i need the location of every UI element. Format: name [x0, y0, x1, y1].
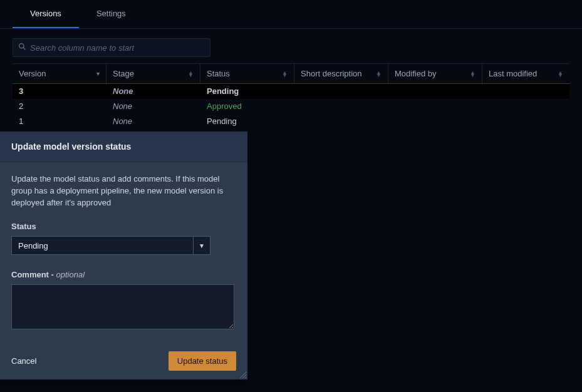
update-status-modal: Update model version status Update the m… [0, 132, 247, 379]
cell-modified-by [388, 114, 482, 129]
comment-textarea[interactable] [11, 284, 234, 329]
cell-status: Approved [200, 99, 294, 114]
header-label: Status [207, 69, 230, 78]
comment-optional-text: optional [56, 270, 85, 279]
column-header-modified-by[interactable]: Modified by ▲▼ [388, 64, 482, 83]
tab-settings[interactable]: Settings [79, 0, 143, 28]
svg-line-2 [240, 372, 246, 378]
cell-version: 3 [13, 84, 107, 99]
table-row[interactable]: 2NoneApproved [13, 99, 569, 114]
cell-status: Pending [200, 84, 294, 99]
svg-line-4 [245, 377, 246, 378]
search-icon [18, 43, 30, 53]
table-body: 3NonePending2NoneApproved1NonePending [13, 84, 569, 129]
versions-table: Version ▾ Stage ▲▼ Status ▲▼ Short descr… [13, 63, 569, 129]
column-header-last-modified[interactable]: Last modified ▲▼ [482, 64, 569, 83]
cell-modified-by [388, 99, 482, 114]
tab-versions[interactable]: Versions [13, 0, 79, 28]
comment-field-label: Comment - optional [11, 270, 236, 279]
table-row[interactable]: 3NonePending [13, 84, 569, 99]
modal-footer: Cancel Update status [0, 343, 247, 379]
cell-short-description [294, 84, 388, 99]
header-label: Version [19, 69, 46, 78]
resize-grip-icon [239, 371, 246, 378]
cell-stage: None [107, 84, 200, 99]
svg-line-3 [242, 374, 246, 378]
search-container [0, 29, 582, 63]
modal-body: Update the model status and add comments… [0, 162, 247, 343]
filter-icon[interactable]: ▾ [96, 70, 100, 77]
chevron-down-icon[interactable]: ▼ [193, 236, 210, 255]
status-field-label: Status [11, 222, 236, 231]
cell-last-modified [482, 84, 569, 99]
cell-short-description [294, 114, 388, 129]
search-input[interactable] [30, 43, 205, 53]
sort-icon[interactable]: ▲▼ [558, 71, 563, 76]
status-select[interactable]: Pending ▼ [11, 236, 210, 255]
sort-icon[interactable]: ▲▼ [188, 71, 194, 76]
svg-point-0 [19, 44, 24, 48]
column-header-short-description[interactable]: Short description ▲▼ [294, 64, 388, 83]
table-header-row: Version ▾ Stage ▲▼ Status ▲▼ Short descr… [13, 64, 569, 84]
status-select-value[interactable]: Pending [11, 236, 193, 255]
sort-icon[interactable]: ▲▼ [376, 71, 382, 76]
sort-icon[interactable]: ▲▼ [470, 71, 475, 76]
cell-short-description [294, 99, 388, 114]
cell-last-modified [482, 114, 569, 129]
cell-modified-by [388, 84, 482, 99]
update-status-button[interactable]: Update status [169, 351, 236, 371]
sort-icon[interactable]: ▲▼ [282, 71, 288, 76]
header-label: Modified by [395, 69, 436, 78]
cell-stage: None [107, 114, 200, 129]
cell-version: 2 [13, 99, 107, 114]
svg-line-1 [23, 48, 25, 49]
cell-version: 1 [13, 114, 107, 129]
table-row[interactable]: 1NonePending [13, 114, 569, 129]
header-label: Short description [301, 69, 362, 78]
header-label: Last modified [489, 69, 537, 78]
column-header-status[interactable]: Status ▲▼ [200, 64, 294, 83]
header-label: Stage [113, 69, 134, 78]
comment-label-text: Comment - [11, 270, 56, 279]
column-header-version[interactable]: Version ▾ [13, 64, 107, 83]
cell-status: Pending [200, 114, 294, 129]
cell-last-modified [482, 99, 569, 114]
column-header-stage[interactable]: Stage ▲▼ [107, 64, 200, 83]
cancel-button[interactable]: Cancel [11, 356, 36, 366]
modal-title: Update model version status [0, 132, 247, 162]
tab-bar: Versions Settings [0, 0, 582, 29]
modal-description: Update the model status and add comments… [11, 173, 236, 209]
cell-stage: None [107, 99, 200, 114]
search-box[interactable] [13, 38, 210, 57]
